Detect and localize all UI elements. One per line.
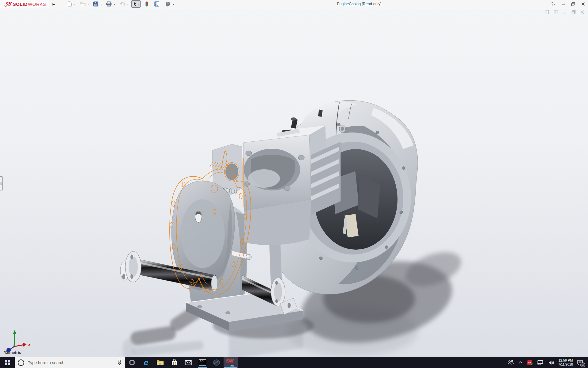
graphics-viewport[interactable]: x z *Dimetric <box>0 8 588 357</box>
doc-close-button[interactable] <box>580 10 584 14</box>
pane-right-button[interactable] <box>554 10 558 14</box>
volume-button[interactable] <box>548 359 555 366</box>
edge-icon: e <box>144 358 148 366</box>
doc-minimize-button[interactable] <box>563 10 567 14</box>
clock-date: 7/11/2018 <box>558 362 573 366</box>
window-title: EngineCasing [Read-only] <box>337 2 381 6</box>
display-settings-icon <box>154 1 160 7</box>
taskbar-app-solidworks[interactable]: SW 2017 <box>224 357 238 368</box>
system-tray: SW ✓ 12:59 PM 7/11/2018 <box>507 357 588 368</box>
open-folder-icon <box>80 1 86 7</box>
check-icon: ✓ <box>531 362 534 366</box>
undo-button[interactable] <box>118 0 126 8</box>
help-caret[interactable]: ▾ <box>554 3 555 6</box>
action-center-button[interactable]: 3 <box>576 359 584 366</box>
start-button[interactable] <box>0 357 15 368</box>
task-view-icon <box>129 359 135 366</box>
taskbar-app-edge[interactable]: e <box>139 357 153 368</box>
options-caret[interactable]: ▾ <box>173 3 174 6</box>
print-icon <box>106 1 112 7</box>
3d-model-canvas[interactable] <box>0 8 588 357</box>
solidworks-logo: ƷS SOLID WORKS <box>0 0 49 8</box>
people-icon <box>507 360 514 365</box>
solidworks-app-icon: SW 2017 <box>226 358 236 367</box>
command-prompt-icon: C:\_ <box>199 359 206 366</box>
taskbar-app-hexagon[interactable] <box>209 357 224 368</box>
menu-flyout-arrow-icon[interactable]: ▶ <box>51 1 57 7</box>
chevron-up-icon <box>518 361 523 364</box>
select-cursor-icon <box>133 1 138 7</box>
restore-button[interactable] <box>571 2 575 6</box>
doc-minimize-icon <box>563 10 567 14</box>
new-file-button[interactable] <box>66 0 74 8</box>
document-window-controls <box>545 10 584 14</box>
taskbar-app-mail[interactable] <box>181 357 195 368</box>
help-button[interactable]: ? ▾ <box>551 2 555 6</box>
save-floppy-icon <box>93 1 99 7</box>
select-tool-button[interactable]: ▾ <box>131 0 141 8</box>
print-caret[interactable]: ▾ <box>114 3 115 6</box>
store-icon <box>171 359 178 366</box>
new-file-caret[interactable]: ▾ <box>74 3 75 6</box>
sw-tray-badge: SW ✓ <box>527 360 532 365</box>
minimize-icon <box>561 2 565 6</box>
quick-access-toolbar: ▾ ▾ ▾ <box>66 0 177 8</box>
pane-left-icon <box>545 10 549 14</box>
task-view-button[interactable] <box>125 357 139 368</box>
minimize-button[interactable] <box>561 2 565 6</box>
view-orientation-label: *Dimetric <box>4 350 21 355</box>
options-button[interactable] <box>164 0 172 8</box>
cortana-icon <box>18 359 24 366</box>
taskbar-clock[interactable]: 12:59 PM 7/11/2018 <box>558 358 573 366</box>
windows-logo-icon <box>5 360 10 365</box>
taskbar-app-file-explorer[interactable] <box>153 357 167 368</box>
solidworks-monitor-tray[interactable]: SW ✓ <box>527 360 533 366</box>
window-controls: ? ▾ <box>551 0 585 8</box>
notification-badge: 3 <box>580 362 585 367</box>
close-icon <box>581 2 585 6</box>
save-button[interactable] <box>92 0 100 8</box>
volume-icon <box>548 360 554 365</box>
new-file-icon <box>67 1 72 7</box>
pane-left-button[interactable] <box>545 10 549 14</box>
triad-x-label: x <box>28 342 31 347</box>
windows-taskbar: e C:\_ SW 2017 <box>0 357 588 368</box>
restore-icon <box>571 2 575 6</box>
pane-right-icon <box>554 10 558 14</box>
clock-time: 12:59 PM <box>558 358 573 362</box>
network-icon <box>537 360 544 365</box>
brand-name-light: WORKS <box>28 2 46 7</box>
titlebar: ƷS SOLID WORKS ▶ ▾ ▾ <box>0 0 588 8</box>
tray-overflow-button[interactable] <box>518 360 523 365</box>
hexagon-app-icon <box>213 359 220 366</box>
print-button[interactable] <box>105 0 113 8</box>
undo-caret[interactable]: ▾ <box>127 3 128 6</box>
select-tool-caret[interactable]: ▾ <box>138 3 139 6</box>
feature-panel-collapse-tab[interactable] <box>0 176 3 190</box>
panel-tab-dot <box>0 182 2 185</box>
people-button[interactable] <box>507 359 514 366</box>
open-caret[interactable]: ▾ <box>88 3 89 6</box>
brand-name-bold: SOLID <box>13 2 28 7</box>
open-button[interactable] <box>78 0 87 8</box>
file-explorer-icon <box>156 359 164 366</box>
plate-face <box>181 199 225 268</box>
taskbar-app-store[interactable] <box>167 357 181 368</box>
gear-icon <box>165 1 171 7</box>
doc-close-icon <box>580 10 584 14</box>
stoplight-button[interactable] <box>144 0 150 8</box>
search-input[interactable] <box>27 360 114 365</box>
close-button[interactable] <box>581 2 585 6</box>
microphone-icon[interactable] <box>117 360 122 366</box>
save-caret[interactable]: ▾ <box>100 3 102 6</box>
taskbar-app-command-prompt[interactable]: C:\_ <box>195 357 209 368</box>
doc-restore-icon <box>571 10 576 14</box>
undo-icon <box>119 1 125 7</box>
taskbar-search-box[interactable] <box>15 357 125 368</box>
stoplight-icon <box>145 1 149 7</box>
display-settings-button[interactable] <box>153 0 161 8</box>
mail-icon <box>185 360 192 365</box>
ds-logo-mark: ƷS <box>4 1 12 7</box>
network-button[interactable] <box>536 359 544 366</box>
doc-restore-button[interactable] <box>571 10 576 14</box>
